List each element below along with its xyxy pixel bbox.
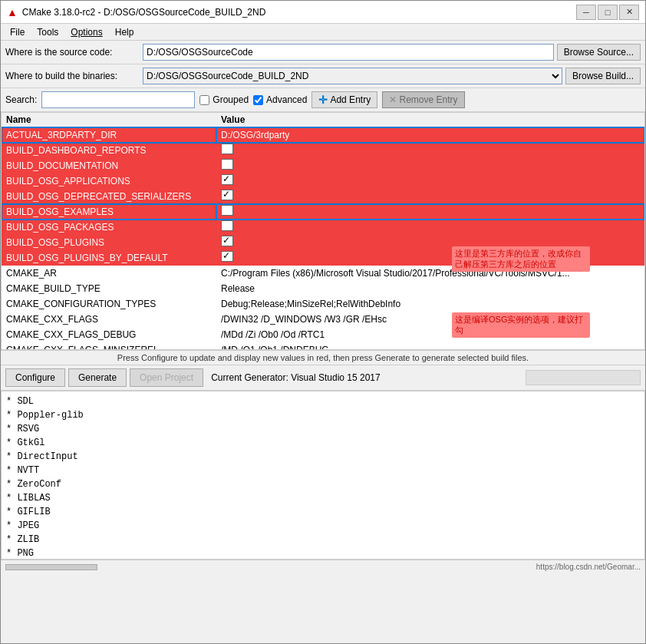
grouped-checkbox-group: Grouped bbox=[199, 94, 249, 105]
checkbox-cell[interactable] bbox=[221, 174, 233, 185]
checkbox-cell[interactable] bbox=[221, 220, 233, 231]
bottom-url: https://blog.csdn.net/Geomar... bbox=[105, 563, 641, 571]
cmake-logo-icon: ▲ bbox=[7, 6, 18, 18]
configure-button[interactable]: Configure bbox=[5, 368, 65, 387]
log-item: * NVTT bbox=[6, 464, 640, 477]
cell-name: BUILD_OSG_EXAMPLES bbox=[2, 204, 216, 220]
close-button[interactable]: ✕ bbox=[619, 5, 639, 20]
menu-options[interactable]: Options bbox=[64, 25, 108, 39]
table-row[interactable]: BUILD_OSG_EXAMPLES bbox=[2, 204, 644, 220]
checkbox-cell[interactable] bbox=[221, 251, 233, 262]
minimize-button[interactable]: ─ bbox=[576, 5, 596, 20]
log-item: * RSVG bbox=[6, 422, 640, 436]
cell-value: Debug;Release;MinSizeRel;RelWithDebInfo bbox=[216, 296, 644, 312]
checkbox-cell[interactable] bbox=[221, 236, 233, 246]
source-row: Where is the source code: Browse Source.… bbox=[1, 41, 645, 64]
cell-value bbox=[216, 143, 644, 158]
menu-help[interactable]: Help bbox=[109, 25, 140, 39]
cell-name: BUILD_OSG_DEPRECATED_SERIALIZERS bbox=[2, 189, 216, 204]
log-item: * ZeroConf bbox=[6, 477, 640, 491]
cell-value bbox=[216, 250, 644, 266]
cell-name: BUILD_OSG_PLUGINS_BY_DEFAULT bbox=[2, 250, 216, 266]
log-item: * LIBLAS bbox=[6, 491, 640, 505]
table-row[interactable]: CMAKE_ARC:/Program Files (x86)/Microsoft… bbox=[2, 266, 644, 281]
search-row: Search: Grouped Advanced ✛ Add Entry ✕ R… bbox=[1, 88, 645, 112]
log-item: * JPEG bbox=[6, 519, 640, 533]
table-row[interactable]: BUILD_OSG_PLUGINS bbox=[2, 235, 644, 250]
window-controls: ─ □ ✕ bbox=[576, 5, 639, 20]
build-path-select[interactable]: D:/OSG/OSGSourceCode_BUILD_2ND bbox=[143, 68, 562, 84]
log-panel[interactable]: * SDL* Poppler-glib* RSVG* GtkGl* Direct… bbox=[1, 391, 645, 560]
source-label: Where is the source code: bbox=[5, 47, 140, 58]
config-tbody: ACTUAL_3RDPARTY_DIRD:/OSG/3rdpartyBUILD_… bbox=[2, 127, 644, 351]
log-item: * GIFLIB bbox=[6, 505, 640, 519]
checkbox-cell[interactable] bbox=[221, 190, 233, 200]
table-row[interactable]: BUILD_OSG_PLUGINS_BY_DEFAULT bbox=[2, 250, 644, 266]
table-row[interactable]: ACTUAL_3RDPARTY_DIRD:/OSG/3rdparty bbox=[2, 127, 644, 143]
cell-name: CMAKE_BUILD_TYPE bbox=[2, 281, 216, 296]
cell-value: /DWIN32 /D_WINDOWS /W3 /GR /EHsc bbox=[216, 312, 644, 327]
plus-icon: ✛ bbox=[318, 94, 328, 106]
cell-name: CMAKE_CXX_FLAGS bbox=[2, 312, 216, 327]
log-item: * SDL bbox=[6, 395, 640, 408]
menu-bar: File Tools Options Help bbox=[1, 24, 645, 41]
cell-value bbox=[216, 235, 644, 250]
table-row[interactable]: CMAKE_CXX_FLAGS_MINSIZEREL/MD /O1 /Ob1 /… bbox=[2, 342, 644, 351]
cell-value bbox=[216, 173, 644, 189]
log-item: * ZLIB bbox=[6, 533, 640, 547]
generate-button[interactable]: Generate bbox=[68, 368, 127, 387]
table-row[interactable]: BUILD_DASHBOARD_REPORTS bbox=[2, 143, 644, 158]
grouped-label: Grouped bbox=[213, 94, 249, 105]
cell-name: CMAKE_CXX_FLAGS_MINSIZEREL bbox=[2, 342, 216, 351]
log-item: * Poppler-glib bbox=[6, 408, 640, 422]
table-row[interactable]: CMAKE_CXX_FLAGS_DEBUG/MDd /Zi /Ob0 /Od /… bbox=[2, 327, 644, 342]
cell-value bbox=[216, 204, 644, 220]
checkbox-cell[interactable] bbox=[221, 159, 233, 170]
menu-tools[interactable]: Tools bbox=[31, 25, 64, 39]
log-item: * PNG bbox=[6, 547, 640, 560]
cell-name: BUILD_DASHBOARD_REPORTS bbox=[2, 143, 216, 158]
generator-label: Current Generator: Visual Studio 15 2017 bbox=[211, 372, 381, 383]
config-area: Name Value ACTUAL_3RDPARTY_DIRD:/OSG/3rd… bbox=[1, 112, 645, 350]
table-row[interactable]: BUILD_OSG_DEPRECATED_SERIALIZERS bbox=[2, 189, 644, 204]
grouped-checkbox[interactable] bbox=[199, 95, 209, 105]
table-row[interactable]: BUILD_OSG_APPLICATIONS bbox=[2, 173, 644, 189]
remove-entry-button[interactable]: ✕ Remove Entry bbox=[382, 91, 464, 108]
cell-value: C:/Program Files (x86)/Microsoft Visual … bbox=[216, 266, 644, 281]
status-text: Press Configure to update and display ne… bbox=[117, 353, 529, 362]
table-row[interactable]: CMAKE_CXX_FLAGS/DWIN32 /D_WINDOWS /W3 /G… bbox=[2, 312, 644, 327]
remove-icon: ✕ bbox=[389, 94, 397, 105]
bottom-progress bbox=[5, 564, 97, 570]
add-entry-label: Add Entry bbox=[330, 94, 371, 105]
cell-name: ACTUAL_3RDPARTY_DIR bbox=[2, 127, 216, 143]
log-item: * GtkGl bbox=[6, 436, 640, 450]
config-table-container[interactable]: Name Value ACTUAL_3RDPARTY_DIRD:/OSG/3rd… bbox=[1, 112, 645, 350]
table-row[interactable]: CMAKE_CONFIGURATION_TYPESDebug;Release;M… bbox=[2, 296, 644, 312]
advanced-checkbox[interactable] bbox=[253, 95, 263, 105]
cell-name: BUILD_DOCUMENTATION bbox=[2, 158, 216, 173]
checkbox-cell[interactable] bbox=[221, 205, 233, 216]
add-entry-button[interactable]: ✛ Add Entry bbox=[311, 91, 377, 108]
browse-build-button[interactable]: Browse Build... bbox=[565, 68, 641, 84]
cell-name: CMAKE_CXX_FLAGS_DEBUG bbox=[2, 327, 216, 342]
remove-entry-label: Remove Entry bbox=[399, 94, 457, 105]
browse-source-button[interactable]: Browse Source... bbox=[557, 44, 641, 61]
log-item: * DirectInput bbox=[6, 450, 640, 464]
table-row[interactable]: CMAKE_BUILD_TYPERelease bbox=[2, 281, 644, 296]
col-name-header: Name bbox=[2, 113, 216, 127]
maximize-button[interactable]: □ bbox=[598, 5, 618, 20]
table-row[interactable]: BUILD_OSG_PACKAGES bbox=[2, 220, 644, 235]
cell-name: BUILD_OSG_APPLICATIONS bbox=[2, 173, 216, 189]
build-label: Where to build the binaries: bbox=[5, 71, 140, 81]
table-row[interactable]: BUILD_DOCUMENTATION bbox=[2, 158, 644, 173]
checkbox-cell[interactable] bbox=[221, 144, 233, 154]
advanced-label: Advanced bbox=[266, 94, 307, 105]
open-project-button[interactable]: Open Project bbox=[130, 368, 203, 387]
buttons-row: Configure Generate Open Project Current … bbox=[1, 365, 645, 391]
cell-name: BUILD_OSG_PACKAGES bbox=[2, 220, 216, 235]
search-input[interactable] bbox=[41, 91, 195, 108]
source-input[interactable] bbox=[143, 44, 554, 61]
col-value-header: Value bbox=[216, 113, 644, 127]
menu-file[interactable]: File bbox=[4, 25, 31, 39]
cell-name: BUILD_OSG_PLUGINS bbox=[2, 235, 216, 250]
